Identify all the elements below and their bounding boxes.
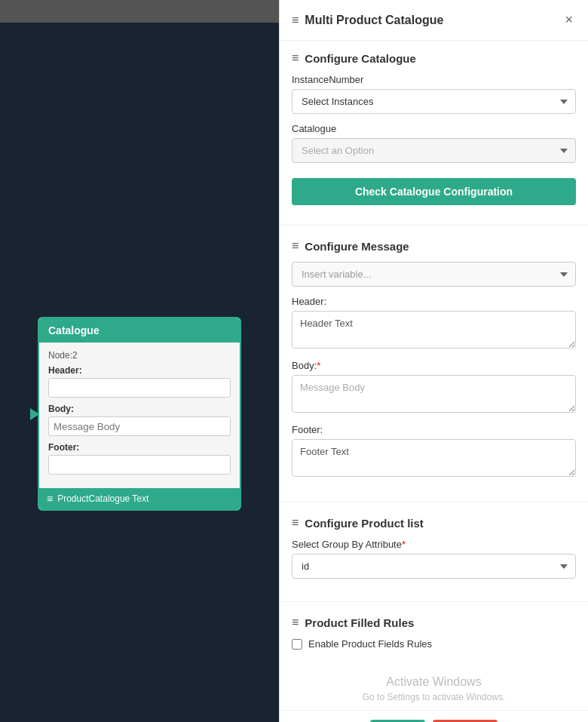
configure-product-list-header: ≡ Configure Product list xyxy=(292,516,576,530)
catalogue-label: Catalogue xyxy=(292,123,576,134)
catalogue-footer-icon: ≡ xyxy=(47,493,53,505)
arrow-indicator xyxy=(30,408,39,420)
header-label: Header: xyxy=(292,296,576,307)
enable-rules-label-text: Enable Product Fields Rules xyxy=(308,638,432,650)
catalogue-card: Catalogue Node:2 Header: Body: Footer: ≡… xyxy=(38,317,241,511)
top-bar xyxy=(0,0,279,23)
header-group: Header: Header Text xyxy=(292,296,576,351)
configure-message-section: ≡ Configure Message Insert variable... H… xyxy=(280,229,588,499)
catalogue-select[interactable]: Select an Option xyxy=(292,138,576,163)
divider-3 xyxy=(280,601,588,602)
group-by-label: Select Group By Attribute* xyxy=(292,539,576,550)
body-required: * xyxy=(317,360,320,371)
configure-catalogue-header: ≡ Configure Catalogue xyxy=(292,51,576,65)
node-label: Node:2 xyxy=(48,350,231,361)
instance-select[interactable]: Select Instances xyxy=(292,89,576,114)
close-button[interactable]: × xyxy=(562,9,576,31)
footer-field-label: Footer: xyxy=(48,442,231,453)
enable-rules-checkbox-label[interactable]: Enable Product Fields Rules xyxy=(292,638,576,650)
activate-windows: Activate Windows Go to Settings to activ… xyxy=(280,660,588,710)
catalogue-card-body: Node:2 Header: Body: Footer: xyxy=(39,343,240,488)
catalogue-card-footer: ≡ ProductCatalogue Text xyxy=(39,488,240,509)
configure-catalogue-section: ≡ Configure Catalogue InstanceNumber Sel… xyxy=(280,41,588,222)
configure-catalogue-title: Configure Catalogue xyxy=(305,52,416,65)
group-by-required: * xyxy=(402,539,406,550)
body-field-label: Body: xyxy=(48,404,231,414)
body-group: Body:* Message Body xyxy=(292,360,576,415)
header-field-label: Header: xyxy=(48,365,231,376)
section-icon-catalogue: ≡ xyxy=(292,51,299,65)
body-textarea[interactable]: Message Body xyxy=(292,375,576,413)
card-body-input[interactable] xyxy=(48,416,231,436)
footer-group: Footer: Footer Text xyxy=(292,424,576,479)
catalogue-card-header: Catalogue xyxy=(39,318,240,343)
configure-product-list-section: ≡ Configure Product list Select Group By… xyxy=(280,505,588,598)
hamburger-icon: ≡ xyxy=(292,14,299,27)
header-textarea[interactable]: Header Text xyxy=(292,311,576,349)
activate-windows-title: Activate Windows xyxy=(292,675,576,689)
activate-windows-subtitle: Go to Settings to activate Windows. xyxy=(292,692,576,702)
group-by-group: Select Group By Attribute* id name categ… xyxy=(292,539,576,579)
catalogue-footer-text: ProductCatalogue Text xyxy=(57,493,149,504)
group-by-select[interactable]: id name category price xyxy=(292,554,576,579)
divider-1 xyxy=(280,225,588,226)
enable-rules-checkbox[interactable] xyxy=(292,639,302,650)
modal-title: Multi Product Catalogue xyxy=(305,14,443,27)
left-panel: Catalogue Node:2 Header: Body: Footer: ≡… xyxy=(0,0,279,722)
modal-header: ≡ Multi Product Catalogue × xyxy=(280,0,588,41)
check-config-button[interactable]: Check Catalogue Configuration xyxy=(292,178,576,205)
divider-2 xyxy=(280,502,588,502)
configure-message-header: ≡ Configure Message xyxy=(292,239,576,253)
variable-select[interactable]: Insert variable... xyxy=(292,262,576,287)
footer-textarea[interactable]: Footer Text xyxy=(292,439,576,477)
modal-header-left: ≡ Multi Product Catalogue xyxy=(292,14,443,27)
card-footer-input[interactable] xyxy=(48,455,231,475)
catalogue-group: Catalogue Select an Option xyxy=(292,123,576,163)
instance-number-group: InstanceNumber Select Instances xyxy=(292,74,576,114)
section-icon-product-list: ≡ xyxy=(292,516,299,530)
section-icon-rules: ≡ xyxy=(292,616,299,629)
modal-footer: Save Cancel xyxy=(280,710,588,722)
card-header-input[interactable] xyxy=(48,378,231,398)
configure-product-list-title: Configure Product list xyxy=(305,517,424,530)
right-panel: ≡ Multi Product Catalogue × ≡ Configure … xyxy=(279,0,588,722)
product-filled-rules-title: Product Filled Rules xyxy=(305,616,414,629)
configure-message-title: Configure Message xyxy=(305,240,409,253)
footer-label: Footer: xyxy=(292,424,576,435)
variable-group: Insert variable... xyxy=(292,262,576,287)
catalogue-card-title: Catalogue xyxy=(48,324,100,336)
product-filled-rules-header: ≡ Product Filled Rules xyxy=(292,616,576,629)
section-icon-message: ≡ xyxy=(292,239,299,253)
body-label: Body:* xyxy=(292,360,576,371)
instance-number-label: InstanceNumber xyxy=(292,74,576,85)
product-filled-rules-section: ≡ Product Filled Rules Enable Product Fi… xyxy=(280,605,588,660)
